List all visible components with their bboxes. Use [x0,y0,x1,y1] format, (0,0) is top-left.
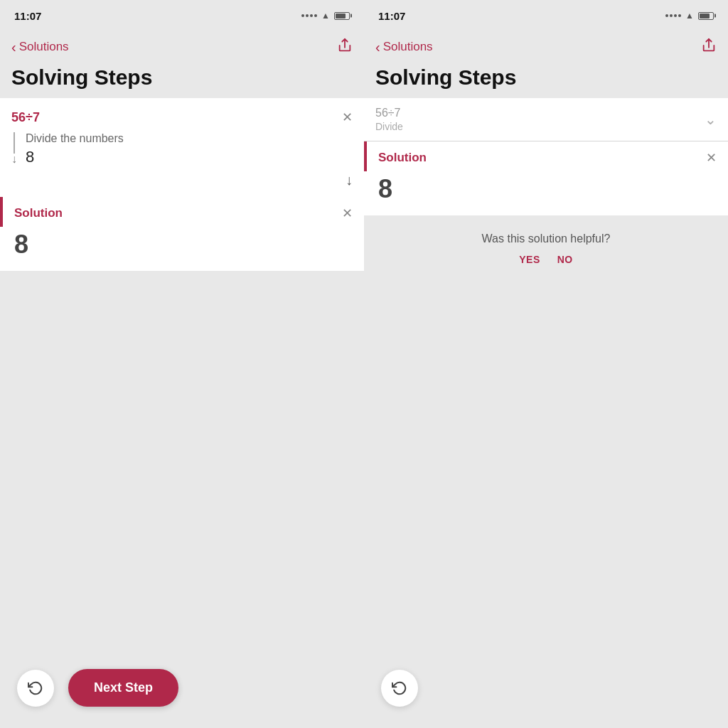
left-phone-panel: 11:07 ▲ ‹ Solutions [0,0,364,728]
left-solution-card: Solution ✕ 8 [0,197,364,271]
left-step-result: 8 [26,148,124,166]
right-status-bar: 11:07 ▲ [364,0,728,31]
right-phone-panel: 11:07 ▲ ‹ Solutions [364,0,728,728]
right-feedback-section: Was this solution helpful? YES NO [364,215,728,282]
left-solution-label: Solution [14,206,63,220]
right-back-chevron-icon: ‹ [375,40,380,54]
left-status-icons: ▲ [301,11,350,21]
left-status-bar: 11:07 ▲ [0,0,364,31]
left-nav-bar: ‹ Solutions [0,31,364,63]
right-page-title: Solving Steps [375,65,717,90]
right-status-icons: ▲ [665,11,714,21]
left-step-description: Divide the numbers [26,131,124,145]
left-solution-header: Solution ✕ [0,197,364,227]
left-wifi-icon: ▲ [321,11,330,21]
right-gray-area [364,282,728,728]
left-step-arrow-icon: ↓ [11,154,17,165]
right-battery-icon [698,12,714,20]
left-solution-close-button[interactable]: ✕ [342,205,353,221]
right-step-collapsed-left: 56÷7 Divide [375,107,403,132]
right-solution-value: 8 [364,171,728,215]
left-page-title: Solving Steps [11,65,353,90]
right-back-label: Solutions [383,40,433,54]
left-share-button[interactable] [337,38,353,57]
left-status-time: 11:07 [14,10,41,22]
right-nav-bar: ‹ Solutions [364,31,728,63]
right-back-button[interactable]: ‹ Solutions [375,40,433,54]
right-solution-card: Solution ✕ 8 [364,141,728,215]
left-step-text-area: Divide the numbers 8 [26,131,124,166]
left-back-chevron-icon: ‹ [11,40,16,54]
right-solution-header: Solution ✕ [364,141,728,171]
left-next-step-button[interactable]: Next Step [68,669,178,707]
right-undo-button[interactable] [381,670,418,707]
left-step-line: ↓ [11,131,17,165]
left-undo-button[interactable] [17,670,54,707]
left-battery-icon [334,12,350,20]
left-step-equation: 56÷7 [11,110,40,125]
left-back-label: Solutions [19,40,69,54]
right-solution-label: Solution [378,151,427,165]
right-solution-close-button[interactable]: ✕ [706,150,717,166]
right-signal-icon [665,14,681,17]
right-page-title-bar: Solving Steps [364,63,728,98]
left-solution-value: 8 [0,227,364,271]
left-step-vertical-line [14,132,15,154]
right-wifi-icon: ▲ [685,11,694,21]
left-step-content: ↓ Divide the numbers 8 [11,131,353,166]
right-step-equation-collapsed: 56÷7 [375,107,403,119]
left-step-card-header: 56÷7 ✕ [11,109,353,125]
left-step-expand-button[interactable]: ↓ [346,172,353,188]
left-gray-area: Solution ✕ 8 [0,197,364,728]
left-bottom-toolbar: Next Step [0,669,364,707]
left-step-close-button[interactable]: ✕ [342,109,353,125]
left-signal-icon [301,14,317,17]
left-back-button[interactable]: ‹ Solutions [11,40,69,54]
right-status-time: 11:07 [378,10,405,22]
left-step-footer: ↓ [11,172,353,188]
right-feedback-yes-button[interactable]: YES [519,254,540,265]
left-page-title-bar: Solving Steps [0,63,364,98]
right-feedback-buttons: YES NO [375,254,717,265]
right-feedback-no-button[interactable]: NO [557,254,573,265]
right-step-label-collapsed: Divide [375,121,403,132]
right-feedback-question: Was this solution helpful? [375,232,717,245]
right-step-chevron-icon: ⌄ [705,111,717,128]
right-step-card-collapsed[interactable]: 56÷7 Divide ⌄ [364,98,728,141]
left-step-card: 56÷7 ✕ ↓ Divide the numbers 8 ↓ [0,98,364,197]
right-bottom-toolbar [364,670,728,707]
right-share-button[interactable] [701,38,717,57]
